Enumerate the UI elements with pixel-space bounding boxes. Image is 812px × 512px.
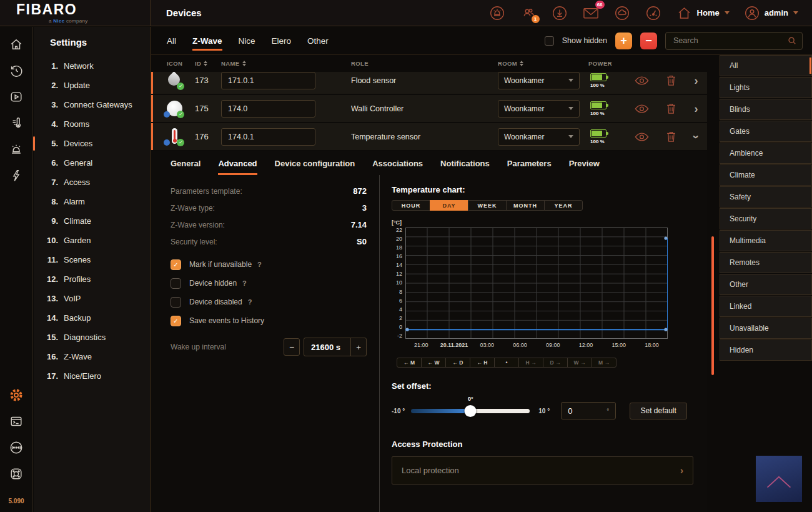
- device-name-input[interactable]: [221, 72, 315, 89]
- add-device-button[interactable]: +: [615, 33, 632, 49]
- offset-slider[interactable]: 0°: [411, 405, 530, 417]
- hub-icon[interactable]: [9, 466, 24, 481]
- settings-item-backup[interactable]: 14.Backup: [34, 308, 150, 328]
- offset-input[interactable]: [568, 406, 607, 416]
- sort-icon[interactable]: [242, 61, 246, 66]
- vertical-scrollbar[interactable]: [711, 236, 714, 375]
- category-gates[interactable]: Gates: [720, 121, 812, 142]
- chart-nav-button-4[interactable]: •: [494, 358, 519, 368]
- category-safety[interactable]: Safety: [720, 186, 812, 208]
- category-multimedia[interactable]: Multimedia: [720, 230, 812, 251]
- tab-elero[interactable]: Elero: [272, 36, 292, 46]
- power-icon[interactable]: [9, 168, 24, 183]
- device-name-input[interactable]: [221, 128, 315, 146]
- settings-item-devices[interactable]: 5.Devices: [34, 134, 150, 153]
- tab-nice[interactable]: Nice: [239, 36, 255, 46]
- settings-item-connect-gateways[interactable]: 3.Connect Gateways: [34, 95, 150, 114]
- expand-row-button[interactable]: ›: [695, 75, 698, 86]
- help-icon[interactable]: ?: [242, 279, 247, 287]
- settings-item-garden[interactable]: 10.Garden: [34, 231, 150, 250]
- settings-item-z-wave[interactable]: 16.Z-Wave: [34, 347, 150, 366]
- terminal-icon[interactable]: [9, 414, 24, 429]
- sort-icon[interactable]: [204, 61, 207, 66]
- period-button-month[interactable]: MONTH: [506, 200, 545, 211]
- chart-nav-button-6[interactable]: D →: [543, 358, 568, 368]
- set-default-button[interactable]: Set default: [630, 403, 687, 419]
- detail-tab-parameters[interactable]: Parameters: [507, 159, 552, 175]
- alarm-bell-icon[interactable]: [489, 5, 505, 21]
- chart-nav-button-7[interactable]: W →: [567, 358, 592, 368]
- settings-item-climate[interactable]: 9.Climate: [34, 211, 150, 231]
- chart-nav-button-1[interactable]: ← W: [421, 358, 446, 368]
- settings-item-nice-elero[interactable]: 17.Nice/Elero: [34, 366, 150, 386]
- header-room[interactable]: ROOM: [495, 60, 585, 67]
- visibility-eye-button[interactable]: [626, 76, 657, 85]
- period-button-hour[interactable]: HOUR: [392, 200, 430, 211]
- category-unavailable[interactable]: Unavailable: [720, 318, 812, 339]
- alarm-icon[interactable]: [9, 142, 24, 157]
- scroll-to-top-button[interactable]: [756, 456, 802, 502]
- tab-all[interactable]: All: [167, 36, 176, 46]
- delete-trash-button[interactable]: [657, 74, 685, 86]
- category-hidden[interactable]: Hidden: [720, 339, 812, 361]
- show-hidden-checkbox[interactable]: [545, 36, 554, 46]
- slider-thumb[interactable]: [465, 405, 477, 417]
- mail-icon[interactable]: 66: [583, 5, 599, 21]
- settings-item-update[interactable]: 2.Update: [34, 76, 150, 95]
- help-icon[interactable]: ?: [248, 298, 252, 306]
- category-ambience[interactable]: Ambience: [720, 143, 812, 164]
- download-icon[interactable]: [552, 5, 568, 21]
- category-all[interactable]: All: [720, 55, 812, 76]
- checkbox-device-disabled[interactable]: [171, 297, 181, 308]
- network-icon[interactable]: [9, 440, 24, 455]
- header-id[interactable]: ID: [195, 60, 220, 67]
- gauge-icon[interactable]: [645, 5, 661, 21]
- remove-device-button[interactable]: −: [640, 33, 657, 49]
- visibility-eye-button[interactable]: [626, 133, 657, 141]
- tab-z-wave[interactable]: Z-Wave: [192, 36, 222, 51]
- wake-up-value[interactable]: 21600 s: [304, 343, 350, 352]
- chart-nav-button-5[interactable]: H →: [518, 358, 543, 368]
- detail-tab-preview[interactable]: Preview: [569, 159, 600, 175]
- period-button-year[interactable]: YEAR: [544, 200, 583, 211]
- climate-icon[interactable]: [9, 116, 24, 131]
- detail-tab-advanced[interactable]: Advanced: [218, 159, 257, 175]
- period-button-week[interactable]: WEEK: [468, 200, 507, 211]
- delete-trash-button[interactable]: [657, 103, 685, 114]
- detail-tab-associations[interactable]: Associations: [372, 159, 423, 175]
- settings-item-diagnostics[interactable]: 15.Diagnostics: [34, 328, 150, 347]
- tab-other[interactable]: Other: [307, 36, 329, 46]
- detail-tab-notifications[interactable]: Notifications: [440, 159, 490, 175]
- settings-item-network[interactable]: 1.Network: [34, 56, 150, 76]
- visibility-eye-button[interactable]: [626, 104, 657, 113]
- settings-item-alarm[interactable]: 8.Alarm: [34, 192, 150, 211]
- help-icon[interactable]: ?: [257, 261, 262, 268]
- chart-nav-button-2[interactable]: ← D: [445, 358, 470, 368]
- room-select[interactable]: Woonkamer: [498, 100, 580, 118]
- room-select[interactable]: Woonkamer: [498, 72, 580, 89]
- category-other[interactable]: Other: [720, 274, 812, 295]
- checkbox-save-events-to-history[interactable]: [171, 316, 181, 326]
- settings-item-general[interactable]: 6.General: [34, 153, 150, 173]
- video-icon[interactable]: [9, 89, 24, 104]
- settings-item-access[interactable]: 7.Access: [34, 173, 150, 192]
- category-security[interactable]: Security: [720, 208, 812, 229]
- user-menu[interactable]: admin: [745, 6, 798, 21]
- chart-nav-button-0[interactable]: ← M: [397, 358, 422, 368]
- history-icon[interactable]: [9, 63, 24, 78]
- stepper-minus-button[interactable]: −: [284, 338, 300, 356]
- settings-item-profiles[interactable]: 12.Profiles: [34, 269, 150, 289]
- sort-icon[interactable]: [520, 61, 523, 66]
- category-blinds[interactable]: Blinds: [720, 99, 812, 120]
- search-input[interactable]: [673, 36, 788, 45]
- detail-tab-general[interactable]: General: [171, 159, 201, 175]
- local-protection-item[interactable]: Local protection ›: [392, 456, 693, 484]
- home-selector[interactable]: Home: [676, 6, 730, 21]
- category-linked[interactable]: Linked: [720, 296, 812, 317]
- collapse-row-button[interactable]: ›: [691, 135, 702, 139]
- category-lights[interactable]: Lights: [720, 77, 812, 98]
- checkbox-mark-if-unavailable[interactable]: [171, 259, 181, 270]
- device-name-input[interactable]: [221, 100, 315, 118]
- home-icon[interactable]: [9, 37, 24, 52]
- chart-nav-button-3[interactable]: ← H: [470, 358, 495, 368]
